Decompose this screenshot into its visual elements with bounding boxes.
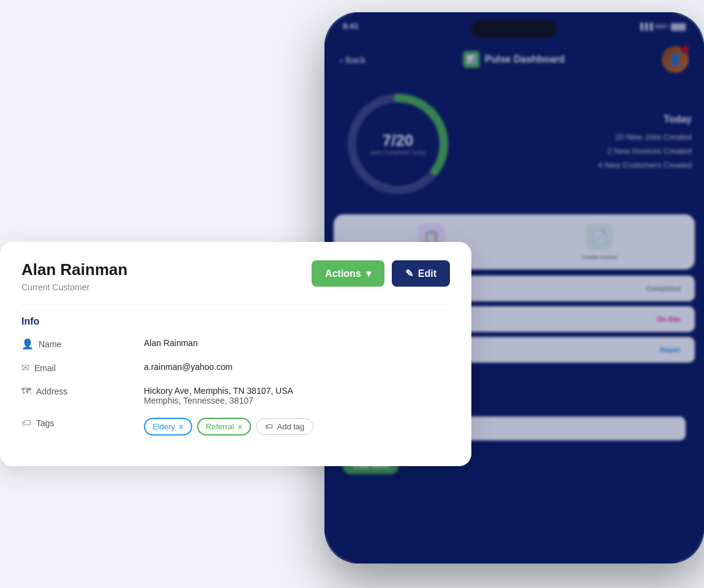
map-icon: 🗺: [21, 386, 31, 397]
tag-referral-remove[interactable]: ×: [238, 423, 242, 431]
tags-container: Eldery × Referral × 🏷 Add tag: [144, 418, 313, 435]
info-section: Info 👤 Name Alan Rainman ✉ Email a.rainm…: [21, 304, 450, 435]
edit-icon: ✎: [405, 268, 413, 279]
customer-card: Alan Rainman Current Customer Actions ▾ …: [0, 242, 471, 466]
email-icon: ✉: [21, 362, 29, 374]
person-icon: 👤: [21, 338, 34, 350]
tag-eldery: Eldery ×: [144, 418, 192, 435]
customer-info-header: Alan Rainman Current Customer: [21, 260, 127, 292]
email-label: ✉ Email: [21, 362, 144, 374]
info-section-title: Info: [21, 316, 450, 327]
edit-button[interactable]: ✎ Edit: [392, 260, 450, 287]
tags-label: 🏷 Tags: [21, 418, 144, 429]
email-value: a.rainman@yahoo.com: [144, 362, 450, 372]
tag-plus-icon: 🏷: [265, 422, 273, 431]
tag-referral: Referral ×: [197, 418, 251, 435]
card-header: Alan Rainman Current Customer Actions ▾ …: [21, 260, 450, 292]
address-value: Hickory Ave, Memphis, TN 38107, USA Memp…: [144, 386, 293, 405]
address-label: 🗺 Address: [21, 386, 144, 397]
card-actions: Actions ▾ ✎ Edit: [312, 260, 450, 287]
tag-icon: 🏷: [21, 418, 31, 429]
address-row: 🗺 Address Hickory Ave, Memphis, TN 38107…: [21, 386, 450, 405]
name-label: 👤 Name: [21, 338, 144, 350]
chevron-down-icon: ▾: [366, 268, 371, 279]
tag-eldery-remove[interactable]: ×: [179, 423, 184, 431]
email-row: ✉ Email a.rainman@yahoo.com: [21, 362, 450, 374]
name-row: 👤 Name Alan Rainman: [21, 338, 450, 350]
tags-row: 🏷 Tags Eldery × Referral × 🏷 Add tag: [21, 418, 450, 435]
actions-button[interactable]: Actions ▾: [312, 260, 384, 287]
customer-type: Current Customer: [21, 282, 127, 292]
customer-name: Alan Rainman: [21, 260, 127, 279]
add-tag-button[interactable]: 🏷 Add tag: [256, 418, 313, 435]
name-value: Alan Rainman: [144, 338, 450, 348]
